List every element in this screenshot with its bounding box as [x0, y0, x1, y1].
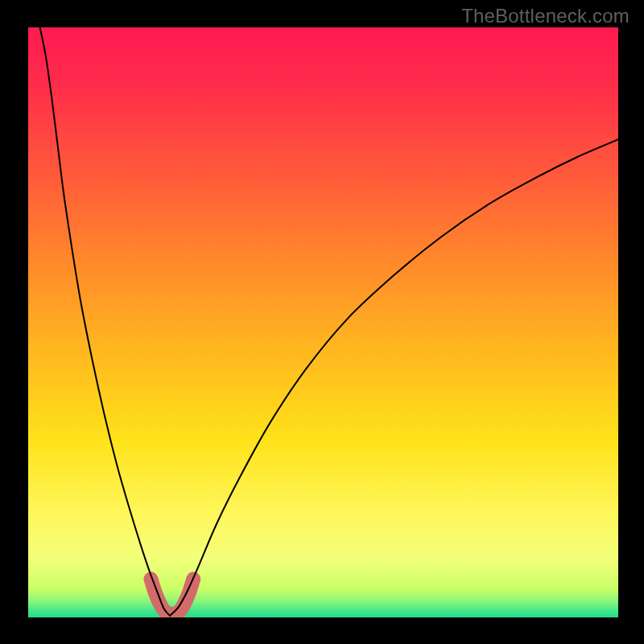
plot-background — [28, 27, 618, 617]
watermark-text: TheBottleneck.com — [461, 5, 630, 27]
bottleneck-chart — [0, 0, 644, 644]
chart-frame: { "watermark": "TheBottleneck.com", "col… — [0, 0, 644, 644]
